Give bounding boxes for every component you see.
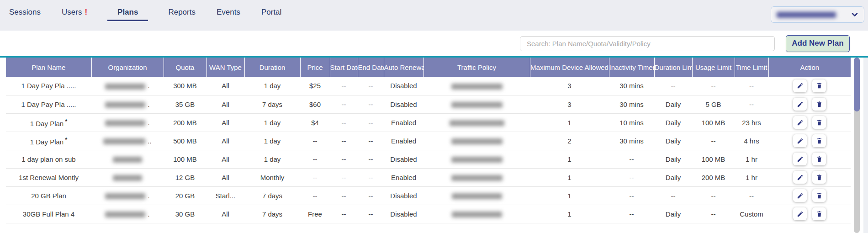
redacted-traffic-policy: [450, 120, 504, 126]
redacted-traffic-policy: [451, 138, 503, 144]
table-row: 1 Day Pay Pla ......300 MBAll1 day$25---…: [6, 77, 851, 95]
trash-icon: [816, 174, 823, 181]
cell-plan_name: 1 Day Plan*: [6, 132, 91, 150]
cell-usage_limit: 5 GB: [692, 95, 735, 113]
cell-usage_limit: --: [692, 77, 735, 95]
cell-inactivity_timer: --: [609, 205, 654, 223]
cell-max_devices: 1: [530, 150, 609, 168]
scrollbar-thumb[interactable]: [854, 58, 860, 111]
tab-users[interactable]: Users!: [61, 0, 88, 21]
delete-plan-button[interactable]: [812, 189, 826, 202]
cell-end_date: --: [358, 150, 384, 168]
plan-name-text: 1 Day Plan: [30, 138, 64, 146]
cell-plan_name: 1 Day Plan*: [6, 113, 91, 132]
cell-max_devices: 1: [530, 205, 609, 223]
cell-organization: .: [91, 77, 164, 95]
cell-time_limit: 23 hrs: [735, 113, 768, 132]
redacted-traffic-policy: [451, 157, 503, 163]
plans-table: Plan NameOrganizationQuotaWAN TypeDurati…: [6, 58, 851, 223]
cell-action: [768, 113, 851, 132]
cell-time_limit: 1 hr: [735, 150, 768, 168]
cell-action: [768, 77, 851, 95]
tab-label: Users: [62, 8, 82, 16]
cell-max_devices: 1: [530, 113, 609, 132]
delete-plan-button[interactable]: [812, 134, 826, 147]
edit-plan-button[interactable]: [793, 189, 807, 202]
tab-label: Reports: [168, 8, 196, 16]
cell-duration_limit: --: [654, 186, 692, 205]
redacted-organization: [105, 84, 145, 90]
organization-suffix: ..: [148, 137, 151, 145]
redacted-organization: [113, 157, 142, 163]
cell-inactivity_timer: --: [609, 186, 654, 205]
edit-plan-button[interactable]: [793, 153, 807, 165]
table-row: 1 day plan on sub100 MBAll1 day------Dis…: [6, 150, 851, 168]
search-input[interactable]: [520, 36, 775, 51]
cell-usage_limit: --: [692, 205, 735, 223]
chevron-down-icon: [851, 11, 858, 18]
cell-auto_renewal: Enabled: [384, 113, 423, 132]
trash-icon: [816, 119, 823, 126]
edit-plan-button[interactable]: [793, 116, 807, 129]
cell-auto_renewal: Disabled: [384, 186, 423, 205]
delete-plan-button[interactable]: [812, 116, 826, 129]
cell-organization: [91, 168, 164, 186]
trash-icon: [816, 138, 823, 144]
edit-plan-button[interactable]: [793, 79, 807, 92]
cell-duration_limit: Daily: [654, 205, 692, 223]
cell-inactivity_timer: --: [609, 168, 654, 186]
add-new-plan-button[interactable]: Add New Plan: [786, 35, 850, 52]
column-header-action: Action: [768, 58, 851, 77]
cell-duration: 1 day: [244, 113, 300, 132]
delete-plan-button[interactable]: [812, 171, 826, 184]
row-actions: [768, 98, 851, 111]
trash-icon: [816, 211, 823, 217]
plans-panel: Plan NameOrganizationQuotaWAN TypeDurati…: [0, 58, 863, 233]
organization-dropdown[interactable]: [771, 6, 864, 23]
delete-plan-button[interactable]: [812, 153, 826, 165]
redacted-traffic-policy: [451, 102, 503, 108]
edit-plan-button[interactable]: [793, 171, 807, 184]
cell-max_devices: 1: [530, 168, 609, 186]
edit-plan-button[interactable]: [793, 134, 807, 147]
cell-inactivity_timer: 10 mins: [609, 113, 654, 132]
tab-events[interactable]: Events: [216, 0, 241, 21]
cell-quota: 100 MB: [164, 150, 206, 168]
cell-plan_name: 1st Renewal Montly: [6, 168, 91, 186]
cell-organization: [91, 150, 164, 168]
cell-traffic_policy: [423, 150, 530, 168]
delete-plan-button[interactable]: [812, 98, 826, 111]
redacted-organization: [113, 175, 142, 181]
cell-duration_limit: Daily: [654, 132, 692, 150]
cell-time_limit: 4 hrs: [735, 132, 768, 150]
plan-name-text: 1 Day Plan: [30, 120, 64, 127]
delete-plan-button[interactable]: [812, 79, 826, 92]
row-actions: [768, 153, 851, 165]
cell-max_devices: 2: [530, 132, 609, 150]
tab-sessions[interactable]: Sessions: [8, 0, 42, 21]
cell-traffic_policy: [423, 113, 530, 132]
tab-portal[interactable]: Portal: [260, 0, 282, 21]
pencil-icon: [797, 211, 804, 217]
trash-icon: [816, 192, 823, 199]
cell-inactivity_timer: 30 mins: [609, 95, 654, 113]
cell-quota: 200 MB: [164, 113, 206, 132]
redacted-organization-name: [777, 12, 836, 18]
tab-reports[interactable]: Reports: [167, 0, 196, 21]
delete-plan-button[interactable]: [812, 207, 826, 220]
cell-quota: 20 GB: [164, 186, 206, 205]
cell-auto_renewal: Disabled: [384, 95, 423, 113]
vertical-scrollbar[interactable]: [854, 58, 860, 233]
cell-time_limit: 1 hr: [735, 168, 768, 186]
table-row: 30GB Full Plan 4.30 GBAll7 daysFree----D…: [6, 205, 851, 223]
edit-plan-button[interactable]: [793, 98, 807, 111]
edit-plan-button[interactable]: [793, 207, 807, 220]
organization-suffix: .: [148, 119, 149, 127]
tab-plans[interactable]: Plans: [107, 0, 148, 21]
cell-plan_name: 1 Day Pay Pla .....: [6, 95, 91, 113]
row-actions: [768, 79, 851, 92]
redacted-organization: [105, 212, 145, 217]
cell-duration: 1 day: [244, 132, 300, 150]
column-header-inactivity_timer: Inactivity Timer: [609, 58, 654, 77]
cell-end_date: --: [358, 205, 384, 223]
